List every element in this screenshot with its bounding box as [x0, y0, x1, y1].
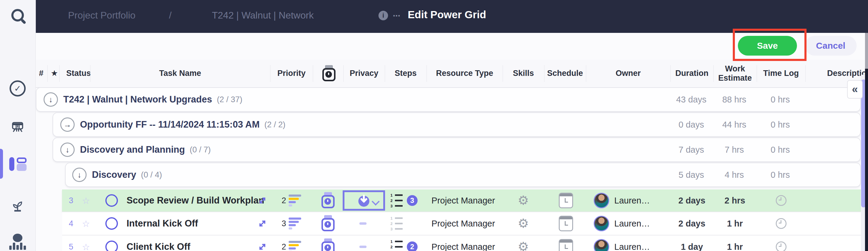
chevron-down-icon[interactable] — [372, 197, 380, 205]
save-button[interactable]: Save — [738, 36, 797, 56]
group-row-opportunity[interactable]: → Opportunity FF -- 11/14/2024 11:15:03 … — [53, 112, 861, 137]
schedule-calendar-icon[interactable] — [559, 216, 573, 231]
time-jar-icon[interactable] — [321, 215, 335, 232]
steps-count-badge[interactable]: 2 — [407, 242, 417, 251]
collapse-toggle-icon[interactable]: ↓ — [43, 92, 58, 107]
status-circle-icon[interactable] — [105, 241, 118, 251]
info-icon[interactable]: i — [378, 11, 388, 20]
priority-indicator[interactable]: 3 — [275, 218, 308, 229]
time-jar-column-icon[interactable] — [322, 65, 336, 82]
app-sidebar: ✓ — [0, 0, 36, 251]
resource-type-value[interactable]: Project Manager — [425, 242, 501, 251]
time-log-clock-icon[interactable] — [776, 195, 786, 206]
col-time-log[interactable]: Time Log — [757, 69, 805, 78]
priority-value: 2 — [281, 197, 286, 206]
task-name[interactable]: Client Kick Off — [127, 242, 190, 251]
duration-value[interactable]: 1 day — [670, 242, 714, 251]
group-row-discovery[interactable]: ↓ Discovery (0 / 4) 5 days 4 hrs 0 hrs — [65, 163, 861, 187]
col-task-name[interactable]: Task Name — [90, 69, 270, 78]
col-steps[interactable]: Steps — [385, 69, 427, 78]
resource-type-value[interactable]: Project Manager — [425, 196, 501, 205]
expand-task-icon[interactable] — [257, 241, 268, 251]
task-name[interactable]: Scope Review / Build Workplan — [127, 195, 264, 206]
priority-indicator[interactable]: 2 — [275, 241, 308, 251]
privacy-dash-icon[interactable] — [360, 246, 367, 248]
skills-gear-icon[interactable]: ⚙ — [516, 194, 530, 207]
steps-list-icon[interactable]: 1 2 3 — [391, 240, 403, 251]
steps-list-icon[interactable]: 1 2 3 — [391, 193, 403, 208]
star-icon[interactable]: ☆ — [80, 242, 93, 251]
group-duration: 7 days — [669, 145, 714, 155]
star-icon[interactable]: ☆ — [80, 195, 93, 206]
plant-growth-icon[interactable] — [0, 198, 35, 215]
grid-board-icon-active[interactable] — [0, 157, 35, 171]
breadcrumb-current-project[interactable]: T242 | Walnut | Network — [212, 10, 314, 21]
status-circle-icon[interactable] — [105, 194, 118, 207]
task-row-client-kick-off[interactable]: 5 ☆ Client Kick Off 2 1 2 3 2 Project Ma… — [62, 235, 861, 251]
col-priority[interactable]: Priority — [270, 69, 313, 78]
group-title[interactable]: Opportunity FF -- 11/14/2024 11:15:03 AM — [80, 119, 260, 130]
work-estimate-value[interactable]: 1 hr — [712, 219, 757, 229]
privacy-cell-selected[interactable] — [343, 190, 385, 211]
resource-type-value[interactable]: Project Manager — [425, 219, 501, 229]
expand-task-icon[interactable] — [257, 195, 268, 206]
cancel-button[interactable]: Cancel — [805, 36, 857, 56]
group-row-discovery-planning[interactable]: ↓ Discovery and Planning (0 / 7) 7 days … — [53, 137, 861, 162]
group-row-project[interactable]: ↓ T242 | Walnut | Network Upgrades (2 / … — [36, 87, 861, 112]
skills-gear-icon[interactable]: ⚙ — [516, 217, 530, 230]
expand-task-icon[interactable] — [257, 218, 268, 229]
time-jar-icon[interactable] — [321, 239, 335, 251]
owner-avatar[interactable] — [594, 239, 609, 251]
inherit-arrow-down-circle-icon — [357, 194, 371, 207]
schedule-calendar-icon[interactable] — [559, 239, 573, 251]
col-schedule[interactable]: Schedule — [544, 69, 586, 78]
collapse-toggle-icon[interactable]: ↓ — [60, 142, 74, 157]
duration-value[interactable]: 2 days — [670, 219, 714, 229]
time-jar-icon[interactable] — [321, 192, 335, 209]
time-log-clock-icon[interactable] — [776, 242, 786, 251]
tasks-check-icon[interactable]: ✓ — [0, 80, 35, 96]
privacy-dash-icon[interactable] — [360, 222, 367, 225]
collapse-columns-button[interactable]: « — [847, 80, 863, 99]
overflow-ellipsis[interactable]: ... — [393, 8, 400, 19]
collapse-toggle-icon[interactable]: ↓ — [72, 168, 87, 182]
group-title[interactable]: Discovery — [92, 169, 136, 180]
whiteboard-icon[interactable] — [0, 119, 35, 135]
schedule-calendar-icon[interactable] — [559, 193, 573, 208]
time-log-clock-icon[interactable] — [776, 218, 786, 229]
star-icon[interactable]: ☆ — [80, 218, 93, 229]
group-count: (0 / 7) — [190, 145, 211, 155]
col-skills[interactable]: Skills — [503, 69, 544, 78]
skills-gear-icon[interactable]: ⚙ — [516, 241, 530, 251]
search-icon[interactable] — [0, 9, 35, 22]
owner-name[interactable]: Lauren… — [614, 219, 650, 229]
col-num[interactable]: # — [35, 69, 47, 78]
work-estimate-value[interactable]: 2 hrs — [712, 196, 757, 205]
task-row-scope-review[interactable]: 3 ☆ Scope Review / Build Workplan 2 1 2 … — [62, 190, 861, 212]
work-estimate-value[interactable]: 1 hr — [712, 242, 757, 251]
owner-name[interactable]: Lauren… — [614, 242, 650, 251]
priority-indicator[interactable]: 2 — [275, 195, 308, 206]
col-owner[interactable]: Owner — [586, 69, 671, 78]
breadcrumb-project-portfolio[interactable]: Project Portfolio — [68, 10, 135, 21]
group-title[interactable]: Discovery and Planning — [80, 144, 185, 155]
task-name[interactable]: Internal Kick Off — [127, 218, 198, 229]
col-work-estimate[interactable]: Work Estimate — [713, 64, 757, 83]
group-title[interactable]: T242 | Walnut | Network Upgrades — [63, 94, 212, 105]
grid-column-header: # ★ Status Task Name Priority Privacy St… — [35, 60, 868, 88]
owner-avatar[interactable] — [594, 193, 609, 208]
col-duration[interactable]: Duration — [671, 69, 713, 78]
status-circle-icon[interactable] — [105, 217, 118, 230]
col-privacy[interactable]: Privacy — [343, 69, 385, 78]
expand-toggle-icon[interactable]: → — [60, 117, 74, 132]
col-resource-type[interactable]: Resource Type — [427, 69, 503, 78]
owner-name[interactable]: Lauren… — [614, 196, 650, 205]
col-star[interactable]: ★ — [49, 69, 60, 78]
duration-value[interactable]: 2 days — [670, 196, 714, 205]
people-chart-icon[interactable] — [0, 234, 35, 250]
col-status[interactable]: Status — [66, 69, 91, 78]
steps-count-badge[interactable]: 3 — [407, 195, 417, 206]
task-row-internal-kick-off[interactable]: 4 ☆ Internal Kick Off 3 1 2 3 Project Ma… — [62, 212, 861, 235]
steps-list-icon-empty[interactable]: 1 2 3 — [391, 216, 403, 231]
owner-avatar[interactable] — [594, 216, 609, 231]
